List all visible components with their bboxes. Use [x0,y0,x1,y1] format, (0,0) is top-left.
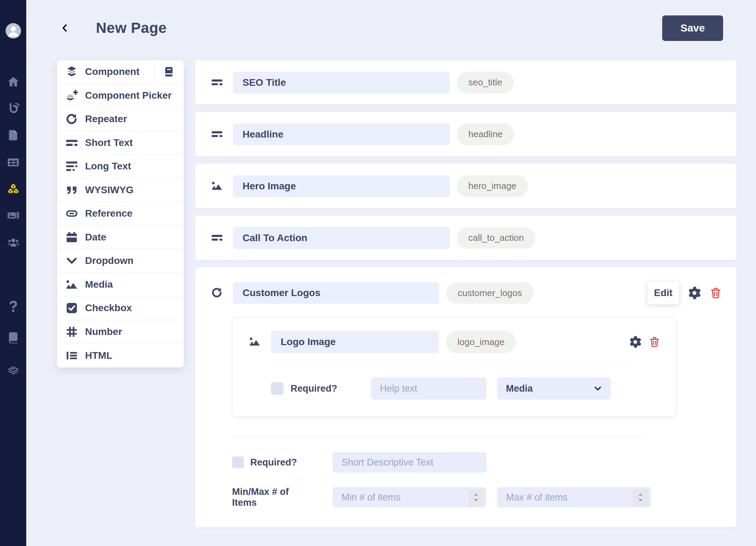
max-items-spinner[interactable] [633,489,648,506]
panel-item-short-text[interactable]: Short Text [57,131,184,155]
app-sidebar [0,0,26,546]
repeater-required-checkbox[interactable] [232,456,244,468]
components-icon[interactable] [7,183,20,195]
blog-icon[interactable] [7,102,20,115]
panel-item-wysiwyg[interactable]: WYSIWYG [57,178,184,202]
stack-icon[interactable] [7,364,20,377]
field-card: hero_image [195,164,736,208]
edit-button[interactable]: Edit [648,281,679,304]
nested-field-label-input[interactable] [271,331,439,353]
panel-item-component[interactable]: Component [57,60,184,84]
media-icon [210,180,224,192]
avatar-icon [6,23,21,38]
panel-item-number[interactable]: Number [57,320,184,344]
simple-field-rows: seo_title headline hero_image call_to_ac… [195,60,736,260]
short-text-icon [210,76,224,89]
repeater-required-row: Required? [232,452,722,472]
gear-icon [629,336,641,348]
field-slug-badge: headline [457,124,514,145]
nested-field-card: logo_image [232,317,676,417]
component-icon [65,65,78,78]
component-panel: Component Component Picker Repeater Shor… [57,60,184,368]
users-icon[interactable] [7,236,20,248]
nested-required-checkbox[interactable] [271,382,284,395]
doc-book-icon [163,66,175,77]
panel-item-repeater[interactable]: Repeater [57,107,184,131]
field-label-input[interactable] [233,124,450,145]
chevron-up-icon [473,493,479,497]
home-icon[interactable] [7,76,20,88]
chevron-up-icon [638,493,643,497]
page-title: New Page [96,20,167,36]
number-icon [65,326,78,338]
panel-item-component-picker[interactable]: Component Picker [57,84,184,108]
nested-settings-button[interactable] [629,336,641,348]
chevron-down-icon [473,498,479,502]
component-picker-icon [65,89,78,102]
panel-item-html[interactable]: HTML [57,344,184,368]
field-type-value: Media [506,383,533,394]
panel-item-media[interactable]: Media [57,273,184,297]
nested-field-actions [629,336,660,348]
html-icon [65,349,78,362]
repeater-delete-button[interactable] [710,287,722,299]
nested-delete-button[interactable] [649,336,660,348]
repeater-settings-button[interactable] [688,287,701,299]
nested-field-header: logo_image [248,331,660,353]
repeater-icon [65,113,78,125]
field-card: seo_title [195,60,736,105]
field-slug-badge: hero_image [457,175,528,197]
help-text-input[interactable] [371,377,486,400]
chevron-left-icon [60,23,69,33]
field-type-select[interactable]: Media [497,377,611,400]
page-header: New Page Save [26,0,756,52]
field-label-input[interactable] [233,72,450,93]
panel-item-dropdown[interactable]: Dropdown [57,249,184,273]
chevron-down-icon [594,385,602,392]
repeater-header: customer_logos Edit [210,281,722,304]
pages-icon[interactable] [7,129,20,141]
component-doc-button[interactable] [154,60,184,84]
repeater-required-label: Required? [250,457,310,468]
max-items-input[interactable] [497,487,651,507]
reference-icon [65,207,78,220]
schema-fields: seo_title headline hero_image call_to_ac… [195,60,736,527]
save-button[interactable]: Save [662,15,723,41]
panel-item-checkbox[interactable]: Checkbox [57,296,184,320]
panel-item-long-text[interactable]: Long Text [57,155,184,178]
field-slug-badge: call_to_action [457,227,536,249]
back-button[interactable] [60,21,74,35]
media-library-icon[interactable] [7,209,20,222]
date-icon [65,231,78,244]
help-icon[interactable] [7,300,20,313]
nested-field-options: Required? Media [271,377,660,400]
short-text-icon [210,128,224,141]
field-label-input[interactable] [233,227,450,249]
min-items-input[interactable] [332,487,486,507]
short-text-icon [210,232,224,244]
repeater-icon [210,287,224,299]
repeater-field-card: customer_logos Edit [195,267,736,527]
max-items-field [497,487,651,507]
nested-field-slug-badge: logo_image [446,331,516,353]
repeater-slug-badge: customer_logos [446,282,534,304]
short-description-input[interactable] [332,452,486,472]
wysiwyg-icon [65,184,78,196]
repeater-divider [232,436,647,437]
min-items-spinner[interactable] [468,489,484,506]
nested-required-label: Required? [290,383,337,394]
media-icon [248,336,261,348]
avatar[interactable] [6,23,21,38]
field-label-input[interactable] [233,175,450,197]
chevron-down-icon [638,498,643,502]
checkbox-icon [65,302,78,314]
dropdown-icon [65,254,78,267]
collections-icon[interactable] [7,156,20,169]
long-text-icon [65,160,78,173]
docs-icon[interactable] [7,331,20,344]
panel-item-reference[interactable]: Reference [57,202,184,226]
minmax-label: Min/Max # of Items [232,486,316,508]
repeater-label-input[interactable] [233,282,439,304]
panel-item-date[interactable]: Date [57,226,184,250]
short-text-icon [65,136,78,149]
